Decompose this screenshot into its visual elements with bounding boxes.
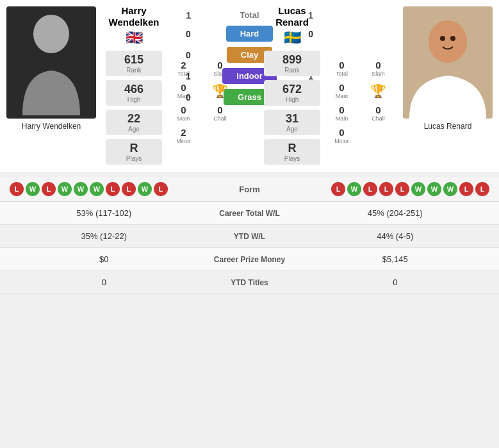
left-age-value: 22 [106, 112, 162, 126]
right-player-photo [403, 6, 493, 119]
form-badge: W [58, 182, 72, 196]
left-player-name-under: Harry Wendelken [22, 122, 81, 131]
main-container: Harry Wendelken Harry Wendelken 🇬🇧 615 R… [0, 0, 499, 294]
right-high-card: 672 High [264, 80, 320, 106]
hard-left: 0 [186, 29, 191, 39]
left-photo-area: Harry Wendelken [0, 0, 102, 172]
form-badge: W [427, 182, 441, 196]
right-chall-val: 0 [363, 104, 394, 115]
form-badge: L [154, 182, 168, 196]
form-badge: W [74, 182, 88, 196]
titles-left: 0 [10, 278, 199, 287]
left-rank-value: 615 [106, 53, 162, 67]
right-total-cell: 0 Total [325, 58, 359, 78]
ytd-wl-right: 44% (4-5) [301, 231, 490, 241]
right-player-name-under: Lucas Renard [424, 122, 472, 131]
right-chall-cell: 0 Chall [361, 103, 395, 123]
svg-point-4 [440, 36, 445, 41]
grass-left: 0 [186, 92, 191, 103]
right-plays-label: Plays [264, 155, 320, 162]
career-wl-right: 45% (204-251) [301, 208, 490, 218]
right-minor-lbl: Minor [326, 138, 357, 144]
top-card: Harry Wendelken Harry Wendelken 🇬🇧 615 R… [0, 0, 499, 172]
left-high-card: 466 High [106, 80, 162, 106]
left-plays-label: Plays [106, 155, 162, 162]
career-wl-row: 53% (117-102) Career Total W/L 45% (204-… [0, 202, 499, 225]
form-row: LWLWWWLLWL Form LWLLLWWWLL [0, 177, 499, 202]
titles-row: 0 YTD Titles 0 [0, 271, 499, 294]
right-main-val: 0 [326, 104, 357, 115]
form-badge: W [138, 182, 152, 196]
left-high-value: 466 [106, 83, 162, 96]
right-form: LWLLLWWWLL [301, 182, 490, 196]
indoor-left: 1 [186, 71, 191, 81]
left-rank-card: 615 Rank [106, 51, 162, 76]
form-badge: L [379, 182, 393, 196]
clay-left: 0 [186, 50, 191, 60]
right-high-label: High [264, 96, 320, 103]
right-plays-value: R [264, 142, 320, 155]
form-badge: L [106, 182, 120, 196]
form-badge: L [363, 182, 377, 196]
right-minor-cell: 0 Minor [325, 126, 359, 145]
right-flag: 🇸🇪 [264, 29, 320, 46]
svg-point-5 [450, 36, 455, 41]
bottom-section: LWLWWWLLWL Form LWLLLWWWLL 53% (117-102)… [0, 177, 499, 294]
form-label: Form [199, 185, 301, 194]
form-badge: W [26, 182, 40, 196]
left-player-info: Harry Wendelken 🇬🇧 615 Rank 466 High 22 … [102, 0, 165, 172]
form-badge: W [90, 182, 104, 196]
right-minor-val: 0 [326, 127, 357, 138]
right-photo-area: Lucas Renard [397, 0, 499, 172]
form-badge: L [42, 182, 56, 196]
ytd-wl-label: YTD W/L [199, 232, 301, 241]
right-age-card: 31 Age [264, 110, 320, 135]
left-block: Harry Wendelken Harry Wendelken 🇬🇧 615 R… [0, 0, 179, 172]
career-wl-left: 53% (117-102) [10, 208, 199, 218]
total-left: 1 [186, 10, 191, 21]
svg-point-3 [429, 21, 467, 63]
ytd-wl-left: 35% (12-22) [10, 231, 199, 241]
left-high-label: High [106, 96, 162, 103]
left-age-card: 22 Age [106, 110, 162, 135]
prize-right: $5,145 [301, 254, 490, 264]
form-badge: L [10, 182, 24, 196]
left-player-photo [6, 6, 96, 119]
right-high-value: 672 [264, 83, 320, 96]
right-block: Lucas Renard 0 Total 0 Slam 0 Mast [320, 0, 499, 172]
left-player-name: Harry Wendelken [106, 5, 162, 28]
prize-left: $0 [10, 254, 199, 264]
right-chall-lbl: Chall [363, 115, 394, 122]
left-age-label: Age [106, 126, 162, 133]
form-badge: W [411, 182, 425, 196]
left-rank-label: Rank [106, 67, 162, 74]
prize-label: Career Prize Money [199, 255, 301, 264]
form-badge: W [443, 182, 457, 196]
right-main-cell: 0 Main [325, 103, 359, 123]
right-rank-label: Rank [264, 67, 320, 74]
form-badge: L [475, 182, 489, 196]
right-player-name: Lucas Renard [264, 5, 320, 28]
right-slam-lbl: Slam [363, 71, 394, 77]
right-mini-stats: 0 Total 0 Slam 0 Mast 🏆 0 [323, 0, 397, 172]
form-badge: W [347, 182, 361, 196]
left-form: LWLWWWLLWL [10, 182, 199, 196]
right-plays-card: R Plays [264, 139, 320, 165]
titles-label: YTD Titles [199, 278, 301, 287]
form-badge: L [331, 182, 345, 196]
right-trophy-center: 🏆 [361, 81, 395, 101]
right-slam-val: 0 [363, 60, 394, 71]
form-badge: L [395, 182, 409, 196]
right-mast-cell: 0 Mast [325, 81, 359, 101]
right-slam-cell: 0 Slam [361, 58, 395, 78]
right-total-lbl: Total [326, 71, 357, 77]
right-age-value: 31 [264, 112, 320, 126]
ytd-wl-row: 35% (12-22) YTD W/L 44% (4-5) [0, 225, 499, 248]
right-total-val: 0 [326, 60, 357, 71]
career-wl-label: Career Total W/L [199, 209, 301, 218]
left-plays-card: R Plays [106, 139, 162, 165]
titles-right: 0 [301, 278, 490, 287]
right-mast-lbl: Mast [326, 93, 357, 99]
form-badge: L [459, 182, 473, 196]
left-flag: 🇬🇧 [106, 29, 162, 46]
